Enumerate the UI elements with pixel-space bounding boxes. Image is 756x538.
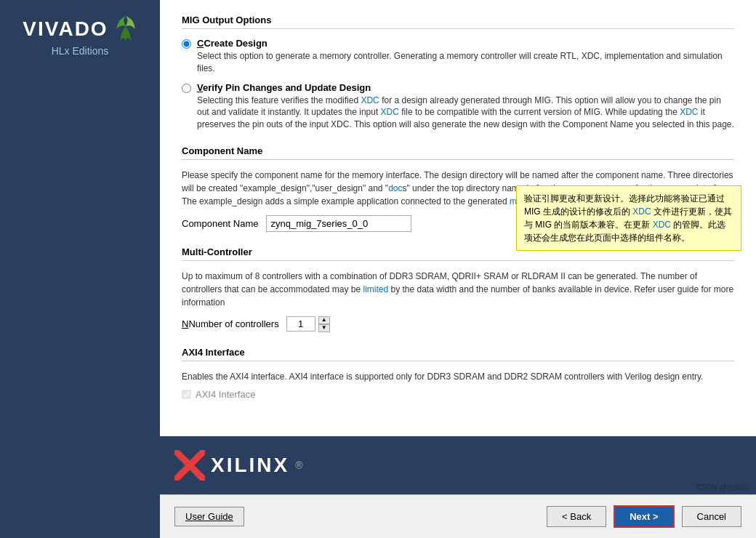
num-controllers-label: NNumber of controllers xyxy=(182,318,279,329)
xilinx-text: XILINX xyxy=(211,454,289,477)
watermark: CSDN @代码匠 xyxy=(697,483,749,493)
component-name-title: Component Name xyxy=(182,145,734,160)
multi-controller-desc: Up to maximum of 8 controllers with a co… xyxy=(182,270,734,309)
back-button[interactable]: < Back xyxy=(547,506,606,527)
axi4-checkbox[interactable] xyxy=(182,390,191,399)
create-design-label-text: Create Design xyxy=(204,38,267,49)
create-design-desc: Select this option to generate a memory … xyxy=(197,50,734,75)
verify-pin-label: Verify Pin Changes and Update Design xyxy=(197,82,734,93)
create-design-option[interactable]: CCreate Design Select this option to gen… xyxy=(182,38,734,75)
tooltip-popup: 验证引脚更改和更新设计。选择此功能将验证已通过 MIG 生成的设计的修改后的 X… xyxy=(516,185,741,251)
axi4-interface-desc: Enables the AXI4 interface. AXI4 interfa… xyxy=(182,370,734,383)
xilinx-reg-symbol: ® xyxy=(295,459,302,471)
component-name-input[interactable] xyxy=(266,215,411,232)
vivado-logo: VIVADO HLx Editions xyxy=(23,15,137,57)
bottom-bar: User Guide < Back Next > Cancel xyxy=(160,494,756,538)
next-button[interactable]: Next > xyxy=(614,505,674,528)
create-design-label: CCreate Design xyxy=(197,38,734,49)
create-design-content: CCreate Design Select this option to gen… xyxy=(197,38,734,75)
mig-output-title: MIG Output Options xyxy=(182,15,734,29)
next-label: Next > xyxy=(630,511,658,522)
vivado-leaf-icon xyxy=(111,15,137,44)
footer: XILINX® xyxy=(160,436,756,494)
num-controllers-input[interactable] xyxy=(286,316,315,332)
num-controllers-field-row: NNumber of controllers ▲ ▼ xyxy=(182,316,734,332)
create-design-radio[interactable] xyxy=(182,39,191,49)
verify-pin-content: Verify Pin Changes and Update Design Sel… xyxy=(197,82,734,131)
num-controllers-label-text: Number of controllers xyxy=(188,318,278,329)
num-controllers-spinner: ▲ ▼ xyxy=(286,316,330,332)
verify-pin-desc: Selecting this feature verifies the modi… xyxy=(197,95,734,131)
user-guide-button[interactable]: User Guide xyxy=(174,507,244,526)
axi4-interface-title: AXI4 Interface xyxy=(182,347,734,361)
component-name-label: Component Name xyxy=(182,218,259,229)
xilinx-logo: XILINX® xyxy=(174,450,303,481)
mig-output-section: MIG Output Options CCreate Design Select… xyxy=(182,15,734,131)
cancel-button[interactable]: Cancel xyxy=(682,506,741,527)
content-area: MIG Output Options CCreate Design Select… xyxy=(160,0,756,538)
vivado-title-text: VIVADO xyxy=(23,17,108,41)
hlx-subtitle: HLx Editions xyxy=(23,45,137,57)
spinner-down-button[interactable]: ▼ xyxy=(318,324,330,332)
axi4-interface-section: AXI4 Interface Enables the AXI4 interfac… xyxy=(182,347,734,400)
axi4-checkbox-row: AXI4 Interface xyxy=(182,389,734,400)
multi-controller-section: Multi-Controller Up to maximum of 8 cont… xyxy=(182,246,734,332)
sidebar: VIVADO HLx Editions xyxy=(0,0,160,538)
xilinx-x-icon xyxy=(174,450,205,481)
verify-pin-option[interactable]: Verify Pin Changes and Update Design Sel… xyxy=(182,82,734,131)
vivado-title: VIVADO xyxy=(23,15,137,44)
verify-pin-label-text: erify Pin Changes and Update Design xyxy=(203,82,371,93)
user-guide-label: User Guide xyxy=(185,511,233,522)
tooltip-text: 验证引脚更改和更新设计。选择此功能将验证已通过 MIG 生成的设计的修改后的 X… xyxy=(524,193,732,243)
verify-pin-radio[interactable] xyxy=(182,84,191,93)
spinner-up-button[interactable]: ▲ xyxy=(318,316,330,324)
axi4-checkbox-label: AXI4 Interface xyxy=(196,389,255,400)
back-label: < Back xyxy=(562,511,591,522)
cancel-label: Cancel xyxy=(697,511,726,522)
spinner-buttons: ▲ ▼ xyxy=(318,316,330,332)
